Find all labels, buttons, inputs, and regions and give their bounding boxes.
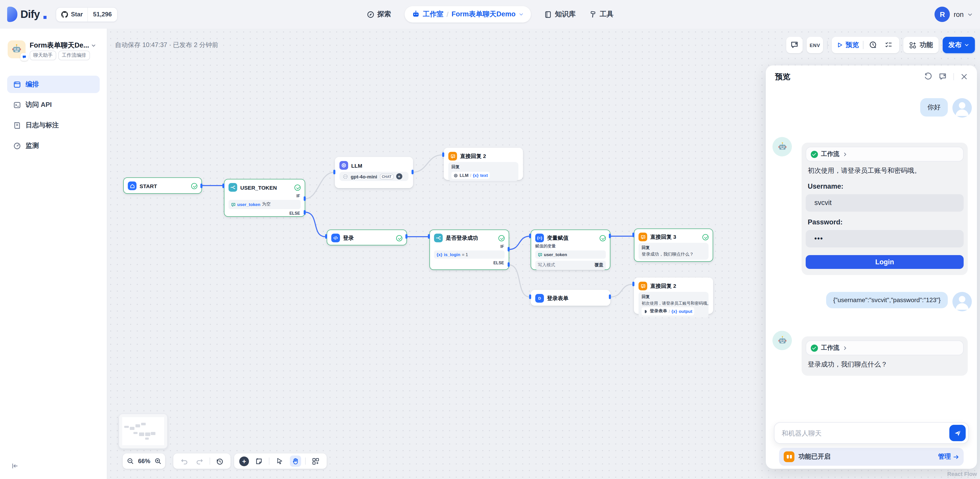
chat-input[interactable]	[782, 429, 949, 437]
node-start[interactable]: START	[123, 177, 202, 194]
sidebar-item-api[interactable]: 访问 API	[7, 96, 100, 113]
robot-icon	[412, 10, 420, 18]
condition-variable: user_token	[237, 202, 261, 207]
add-note-icon[interactable]	[253, 455, 264, 467]
workflow-label: 工作流	[821, 344, 839, 352]
model-settings-icon[interactable]: +	[396, 173, 402, 180]
sidebar-item-orchestrate[interactable]: 编排	[7, 76, 100, 93]
nav-studio-breadcrumb[interactable]: 工作室 / Form表单聊天Demo	[404, 6, 531, 22]
port[interactable]	[304, 210, 306, 215]
clear-chat-icon[interactable]	[939, 73, 947, 81]
node-answer3[interactable]: 直接回复 3 回复 登录成功，我们聊点什么？	[634, 229, 713, 262]
tools-icon	[589, 11, 597, 18]
assigned-variable-row[interactable]: user_token	[535, 250, 606, 259]
app-title-row[interactable]: Form表单聊天De...	[30, 41, 104, 50]
port[interactable]	[609, 294, 611, 299]
zoom-in-icon[interactable]	[154, 455, 162, 467]
account-menu[interactable]: R ron	[935, 6, 973, 22]
bot-message-text: 初次使用，请登录员工账号和密码哦。	[806, 166, 964, 176]
port[interactable]	[412, 170, 414, 174]
add-node-button[interactable]: +	[239, 456, 249, 466]
github-star-badge[interactable]: Star 51,296	[56, 7, 117, 22]
write-mode-row[interactable]: 写入模式 覆盖	[535, 261, 606, 270]
pointer-tool-icon[interactable]	[274, 455, 285, 467]
chevron-down-icon	[519, 12, 524, 17]
port[interactable]	[304, 196, 306, 201]
port[interactable]	[508, 247, 510, 251]
node-user-token[interactable]: USER_TOKEN IF user_token 为空 ELSE	[224, 179, 305, 217]
nav-knowledge[interactable]: 知识库	[544, 10, 576, 19]
checklist-icon[interactable]	[883, 39, 894, 51]
node-variable-assigner[interactable]: {=} 变量赋值 赋值的变量 user_token 写入模式 覆盖	[531, 229, 610, 270]
breadcrumb-app-name: Form表单聊天Demo	[452, 10, 516, 19]
node-login[interactable]: 登录	[327, 229, 407, 245]
node-title: USER_TOKEN	[240, 184, 277, 191]
port[interactable]	[428, 234, 430, 239]
send-button[interactable]	[949, 425, 966, 441]
node-answer2-top[interactable]: 直接回复 2 回复 LLM / {x} text	[444, 148, 523, 180]
features-button[interactable]: 功能	[903, 37, 939, 53]
sidebar-item-monitor[interactable]: 监测	[7, 137, 100, 154]
preview-button[interactable]: 预览	[837, 40, 859, 49]
publish-button[interactable]: 发布	[943, 37, 975, 53]
user-avatar: R	[935, 6, 950, 22]
port[interactable]	[529, 294, 531, 299]
port[interactable]	[529, 234, 531, 238]
redo-icon[interactable]	[194, 455, 205, 467]
port[interactable]	[223, 183, 224, 188]
dify-logo-mark-icon	[7, 6, 18, 22]
workflow-status-row[interactable]: 工作流	[806, 341, 964, 355]
node-title: 直接回复 2	[650, 282, 676, 290]
port[interactable]	[200, 183, 202, 188]
zoom-level[interactable]: 66%	[138, 458, 150, 465]
nav-explore-label: 探索	[377, 10, 391, 19]
password-field[interactable]: •••	[806, 230, 964, 247]
port[interactable]	[632, 282, 635, 286]
username-field[interactable]: svcvit	[806, 194, 964, 212]
node-answer2-bottom[interactable]: 直接回复 2 回复 初次使用，请登录员工账号和密码哦。 登录表单 / {x} o…	[634, 278, 713, 314]
env-variables-button[interactable]: ENV	[807, 37, 823, 53]
nav-explore[interactable]: 探索	[366, 10, 391, 19]
port[interactable]	[333, 170, 336, 174]
port[interactable]	[406, 234, 407, 239]
port[interactable]	[442, 152, 444, 157]
node-login-form[interactable]: D 登录表单	[531, 290, 610, 306]
features-status-bar: 功能已开启 管理	[779, 448, 964, 466]
robot-emoji-icon	[11, 43, 22, 55]
nav-tools[interactable]: 工具	[589, 10, 614, 19]
zoom-out-icon[interactable]	[127, 455, 134, 467]
hand-tool-icon[interactable]	[290, 455, 301, 467]
auto-layout-icon[interactable]	[310, 455, 321, 467]
port[interactable]	[632, 232, 635, 237]
restart-icon[interactable]	[924, 73, 932, 81]
sidebar-item-logs[interactable]: 日志与标注	[7, 116, 100, 134]
model-selector[interactable]: gpt-4o-mini CHAT +	[339, 172, 409, 181]
history-icon[interactable]	[214, 455, 225, 467]
port[interactable]	[325, 234, 327, 239]
condition-row[interactable]: {x} is_login = 1	[434, 250, 504, 259]
viewport: START USER_TOKEN IF user_token 为空 ELSE	[0, 0, 980, 479]
sidebar-item-label: 日志与标注	[25, 121, 59, 130]
close-icon[interactable]	[961, 73, 968, 80]
variable-reference: LLM / {x} text	[452, 172, 490, 179]
bot-message: 工作流 初次使用，请登录员工账号和密码哦。 Username: svcvit P…	[802, 143, 968, 275]
run-history-icon[interactable]	[867, 39, 879, 51]
node-login-check[interactable]: 是否登录成功 IF {x} is_login = 1 ELSE	[430, 229, 509, 270]
condition-row[interactable]: user_token 为空	[229, 200, 301, 209]
annotation-button[interactable]	[786, 37, 803, 53]
login-button[interactable]: Login	[806, 255, 964, 269]
manage-features-link[interactable]: 管理	[938, 452, 959, 461]
node-llm[interactable]: LLM gpt-4o-mini CHAT +	[335, 157, 413, 188]
minimap[interactable]	[119, 414, 168, 449]
port[interactable]	[609, 234, 611, 238]
collapse-sidebar-icon[interactable]	[11, 462, 19, 470]
port[interactable]	[508, 262, 510, 267]
workflow-status-row[interactable]: 工作流	[806, 147, 964, 162]
nav-knowledge-label: 知识库	[555, 10, 576, 19]
app-icon[interactable]	[8, 40, 25, 58]
success-check-icon	[396, 235, 402, 241]
reply-label: 回复	[641, 294, 705, 299]
undo-icon[interactable]	[179, 455, 190, 467]
dify-logo[interactable]: Dify	[7, 6, 46, 22]
else-branch-label: ELSE	[434, 259, 504, 267]
